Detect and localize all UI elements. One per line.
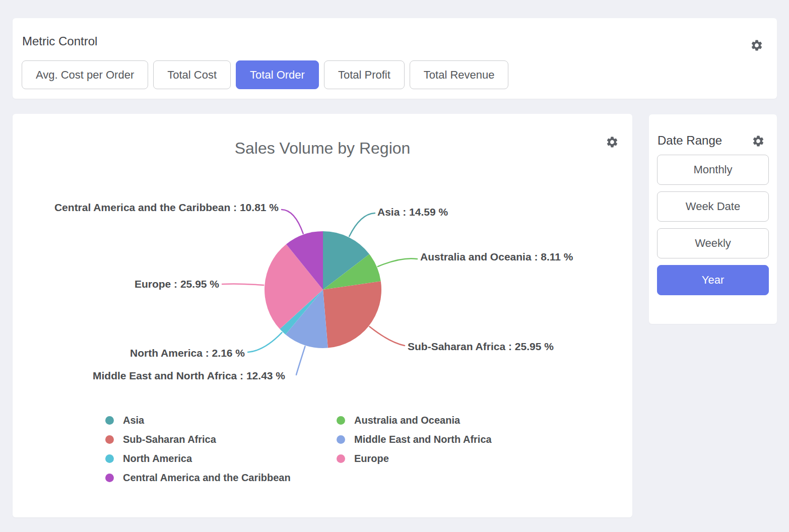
legend-column-2: Australia and OceaniaMiddle East and Nor… bbox=[337, 414, 492, 472]
metric-button-row: Avg. Cost per OrderTotal CostTotal Order… bbox=[22, 60, 508, 89]
pie-callout-line-middle-east-and-north-africa bbox=[296, 347, 305, 375]
legend-item-sub-saharan-africa[interactable]: Sub-Saharan Africa bbox=[105, 433, 291, 445]
date-range-button-monthly[interactable]: Monthly bbox=[657, 155, 769, 185]
legend-item-north-america[interactable]: North America bbox=[105, 452, 291, 464]
legend-label: Asia bbox=[123, 415, 144, 426]
legend-dot-north-america bbox=[105, 454, 114, 463]
pie-slice-sub-saharan-africa[interactable] bbox=[323, 281, 381, 348]
date-range-button-year[interactable]: Year bbox=[657, 265, 769, 295]
metric-button-total-cost[interactable]: Total Cost bbox=[153, 60, 231, 89]
pie-callout-line-australia-and-oceania bbox=[378, 258, 417, 267]
legend-item-australia-and-oceania[interactable]: Australia and Oceania bbox=[337, 414, 492, 426]
legend-dot-australia-and-oceania bbox=[337, 416, 345, 425]
pie-callout-line-north-america bbox=[248, 332, 282, 352]
legend-label: North America bbox=[123, 453, 192, 464]
metric-button-avg-cost-per-order[interactable]: Avg. Cost per Order bbox=[22, 60, 148, 89]
legend-label: Europe bbox=[354, 453, 389, 464]
legend-item-central-america-and-the-caribbean[interactable]: Central America and the Caribbean bbox=[105, 472, 291, 484]
metric-button-total-revenue[interactable]: Total Revenue bbox=[410, 60, 509, 89]
legend-dot-asia bbox=[105, 416, 114, 425]
pie-callout-line-central-america-and-the-caribbean bbox=[282, 210, 303, 234]
legend-label: Sub-Saharan Africa bbox=[123, 434, 216, 445]
legend-dot-central-america-and-the-caribbean bbox=[105, 474, 114, 482]
legend-item-asia[interactable]: Asia bbox=[105, 414, 291, 426]
date-range-title: Date Range bbox=[658, 134, 722, 148]
metric-button-total-profit[interactable]: Total Profit bbox=[324, 60, 405, 89]
date-range-panel: Date Range MonthlyWeek DateWeeklyYear bbox=[649, 114, 777, 324]
legend-item-middle-east-and-north-africa[interactable]: Middle East and North Africa bbox=[337, 433, 492, 445]
pie-callout-line-asia bbox=[349, 213, 375, 236]
legend-dot-sub-saharan-africa bbox=[105, 435, 114, 444]
date-range-button-week-date[interactable]: Week Date bbox=[657, 191, 769, 222]
legend-label: Australia and Oceania bbox=[354, 415, 460, 426]
date-range-button-weekly[interactable]: Weekly bbox=[657, 228, 769, 258]
metric-control-panel: Metric Control Avg. Cost per OrderTotal … bbox=[13, 18, 777, 99]
legend-column-1: AsiaSub-Saharan AfricaNorth AmericaCentr… bbox=[105, 414, 291, 491]
legend-label: Central America and the Caribbean bbox=[123, 472, 291, 484]
date-range-button-list: MonthlyWeek DateWeeklyYear bbox=[657, 155, 769, 295]
legend-dot-middle-east-and-north-africa bbox=[337, 435, 345, 444]
legend-label: Middle East and North Africa bbox=[354, 434, 492, 445]
settings-icon[interactable] bbox=[752, 135, 765, 148]
pie-callout-line-europe bbox=[222, 284, 264, 285]
pie-callout-line-sub-saharan-africa bbox=[369, 326, 405, 346]
legend-item-europe[interactable]: Europe bbox=[337, 452, 492, 464]
sales-volume-chart-panel: Sales Volume by Region Asia : 14.59 %Aus… bbox=[13, 114, 632, 517]
metric-button-total-order[interactable]: Total Order bbox=[236, 60, 319, 89]
metric-control-title: Metric Control bbox=[22, 34, 97, 48]
legend-dot-europe bbox=[337, 454, 345, 463]
settings-icon[interactable] bbox=[750, 39, 763, 52]
